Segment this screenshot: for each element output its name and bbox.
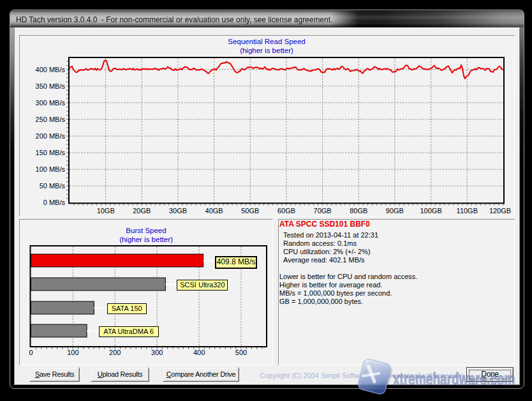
- svg-text:200: 200: [109, 349, 121, 356]
- svg-text:(higher is better): (higher is better): [240, 47, 293, 54]
- svg-text:100: 100: [67, 349, 78, 356]
- svg-text:110GB: 110GB: [457, 207, 478, 215]
- svg-text:500: 500: [235, 349, 247, 356]
- svg-text:40GB: 40GB: [205, 207, 223, 215]
- svg-text:20GB: 20GB: [133, 207, 151, 215]
- svg-text:30GB: 30GB: [169, 207, 187, 215]
- svg-text:100GB: 100GB: [420, 207, 441, 215]
- svg-text:300 MB/s: 300 MB/s: [36, 99, 66, 107]
- svg-text:400 MB/s: 400 MB/s: [36, 66, 66, 73]
- svg-text:150 MB/s: 150 MB/s: [36, 149, 66, 156]
- svg-text:60GB: 60GB: [277, 207, 295, 215]
- svg-text:250 MB/s: 250 MB/s: [36, 116, 66, 123]
- svg-text:100 MB/s: 100 MB/s: [36, 165, 66, 173]
- svg-text:Burst Speed: Burst Speed: [126, 227, 166, 234]
- svg-text:200 MB/s: 200 MB/s: [36, 132, 66, 140]
- svg-text:50 MB/s: 50 MB/s: [40, 182, 66, 190]
- svg-text:70GB: 70GB: [314, 207, 332, 215]
- svg-text:(higher is better): (higher is better): [119, 236, 173, 243]
- svg-text:0 MB/s: 0 MB/s: [43, 199, 66, 206]
- svg-text:10GB: 10GB: [97, 207, 115, 215]
- svg-text:300: 300: [151, 349, 163, 356]
- svg-text:Sequential Read Speed: Sequential Read Speed: [228, 38, 306, 45]
- svg-text:0: 0: [29, 349, 33, 356]
- svg-text:350 MB/s: 350 MB/s: [36, 82, 66, 90]
- svg-text:120GB: 120GB: [489, 207, 511, 215]
- svg-text:80GB: 80GB: [350, 207, 367, 215]
- svg-text:90GB: 90GB: [386, 207, 404, 215]
- svg-text:50GB: 50GB: [241, 207, 259, 215]
- svg-text:400: 400: [193, 349, 205, 356]
